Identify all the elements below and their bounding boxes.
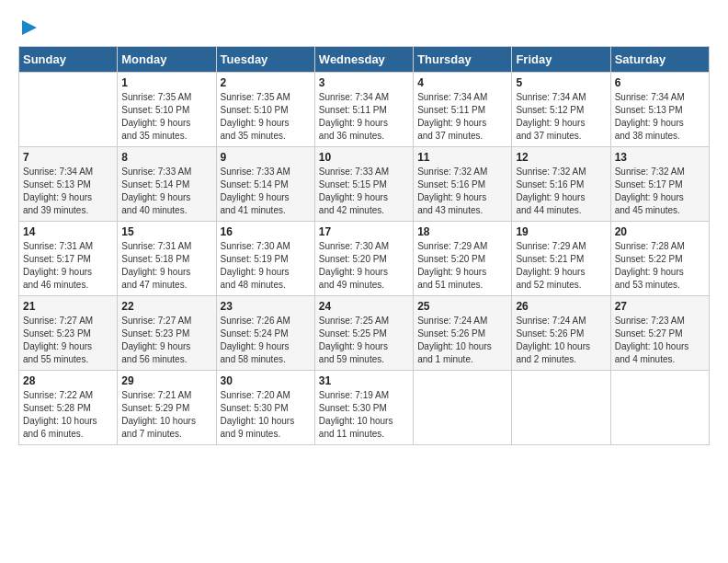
- calendar-cell: 14Sunrise: 7:31 AM Sunset: 5:17 PM Dayli…: [19, 222, 118, 296]
- day-number: 10: [319, 151, 409, 164]
- calendar-cell: 11Sunrise: 7:32 AM Sunset: 5:16 PM Dayli…: [414, 147, 512, 222]
- day-number: 9: [221, 151, 311, 164]
- day-info: Sunrise: 7:33 AM Sunset: 5:15 PM Dayligh…: [319, 166, 409, 217]
- day-number: 6: [615, 76, 705, 89]
- logo: [18, 18, 39, 37]
- day-info: Sunrise: 7:29 AM Sunset: 5:20 PM Dayligh…: [417, 240, 507, 292]
- calendar-cell: 8Sunrise: 7:33 AM Sunset: 5:14 PM Daylig…: [118, 147, 216, 222]
- day-info: Sunrise: 7:23 AM Sunset: 5:27 PM Dayligh…: [615, 315, 705, 366]
- calendar-header-row: SundayMondayTuesdayWednesdayThursdayFrid…: [19, 47, 710, 73]
- calendar-cell: 27Sunrise: 7:23 AM Sunset: 5:27 PM Dayli…: [610, 296, 709, 371]
- day-info: Sunrise: 7:19 AM Sunset: 5:30 PM Dayligh…: [319, 389, 409, 441]
- logo-arrow-icon: [20, 18, 39, 37]
- day-info: Sunrise: 7:29 AM Sunset: 5:21 PM Dayligh…: [516, 240, 606, 292]
- day-number: 13: [615, 151, 705, 164]
- calendar-table: SundayMondayTuesdayWednesdayThursdayFrid…: [18, 46, 710, 445]
- calendar-cell: 24Sunrise: 7:25 AM Sunset: 5:25 PM Dayli…: [314, 296, 413, 371]
- calendar-week-row: 28Sunrise: 7:22 AM Sunset: 5:28 PM Dayli…: [19, 371, 710, 445]
- day-info: Sunrise: 7:34 AM Sunset: 5:12 PM Dayligh…: [516, 91, 606, 143]
- calendar-week-row: 21Sunrise: 7:27 AM Sunset: 5:23 PM Dayli…: [19, 296, 710, 371]
- day-info: Sunrise: 7:30 AM Sunset: 5:20 PM Dayligh…: [319, 240, 409, 292]
- calendar-cell: [512, 371, 610, 445]
- calendar-cell: 20Sunrise: 7:28 AM Sunset: 5:22 PM Dayli…: [610, 222, 709, 296]
- day-number: 3: [319, 76, 409, 89]
- day-info: Sunrise: 7:28 AM Sunset: 5:22 PM Dayligh…: [615, 240, 705, 292]
- calendar-cell: 6Sunrise: 7:34 AM Sunset: 5:13 PM Daylig…: [610, 73, 709, 147]
- day-number: 7: [23, 151, 113, 164]
- day-number: 14: [23, 225, 113, 238]
- day-info: Sunrise: 7:35 AM Sunset: 5:10 PM Dayligh…: [121, 91, 211, 143]
- day-number: 20: [615, 225, 705, 238]
- day-info: Sunrise: 7:30 AM Sunset: 5:19 PM Dayligh…: [221, 240, 311, 292]
- day-number: 18: [417, 225, 507, 238]
- day-number: 24: [319, 300, 409, 313]
- day-info: Sunrise: 7:35 AM Sunset: 5:10 PM Dayligh…: [221, 91, 311, 143]
- day-info: Sunrise: 7:25 AM Sunset: 5:25 PM Dayligh…: [319, 315, 409, 366]
- svg-marker-0: [22, 20, 37, 35]
- day-number: 29: [121, 374, 211, 387]
- day-info: Sunrise: 7:33 AM Sunset: 5:14 PM Dayligh…: [121, 166, 211, 217]
- calendar-cell: 18Sunrise: 7:29 AM Sunset: 5:20 PM Dayli…: [414, 222, 512, 296]
- calendar-cell: 17Sunrise: 7:30 AM Sunset: 5:20 PM Dayli…: [314, 222, 413, 296]
- day-info: Sunrise: 7:20 AM Sunset: 5:30 PM Dayligh…: [221, 389, 311, 441]
- day-info: Sunrise: 7:34 AM Sunset: 5:13 PM Dayligh…: [23, 166, 113, 217]
- day-number: 2: [221, 76, 311, 89]
- calendar-cell: [414, 371, 512, 445]
- day-number: 25: [417, 300, 507, 313]
- calendar-cell: 21Sunrise: 7:27 AM Sunset: 5:23 PM Dayli…: [19, 296, 118, 371]
- day-info: Sunrise: 7:22 AM Sunset: 5:28 PM Dayligh…: [23, 389, 113, 441]
- calendar-cell: 13Sunrise: 7:32 AM Sunset: 5:17 PM Dayli…: [610, 147, 709, 222]
- day-info: Sunrise: 7:32 AM Sunset: 5:16 PM Dayligh…: [417, 166, 507, 217]
- day-number: 19: [516, 225, 606, 238]
- calendar-cell: 5Sunrise: 7:34 AM Sunset: 5:12 PM Daylig…: [512, 73, 610, 147]
- calendar-cell: 28Sunrise: 7:22 AM Sunset: 5:28 PM Dayli…: [19, 371, 118, 445]
- day-info: Sunrise: 7:32 AM Sunset: 5:17 PM Dayligh…: [615, 166, 705, 217]
- day-number: 28: [23, 374, 113, 387]
- calendar-cell: 23Sunrise: 7:26 AM Sunset: 5:24 PM Dayli…: [216, 296, 314, 371]
- day-number: 8: [121, 151, 211, 164]
- day-number: 30: [221, 374, 311, 387]
- day-number: 31: [319, 374, 409, 387]
- page-header: [18, 18, 710, 37]
- day-number: 1: [121, 76, 211, 89]
- weekday-header: Friday: [512, 47, 610, 73]
- calendar-cell: [19, 73, 118, 147]
- calendar-cell: 9Sunrise: 7:33 AM Sunset: 5:14 PM Daylig…: [216, 147, 314, 222]
- calendar-cell: 1Sunrise: 7:35 AM Sunset: 5:10 PM Daylig…: [118, 73, 216, 147]
- day-number: 12: [516, 151, 606, 164]
- calendar-week-row: 1Sunrise: 7:35 AM Sunset: 5:10 PM Daylig…: [19, 73, 710, 147]
- day-info: Sunrise: 7:24 AM Sunset: 5:26 PM Dayligh…: [516, 315, 606, 366]
- calendar-cell: 12Sunrise: 7:32 AM Sunset: 5:16 PM Dayli…: [512, 147, 610, 222]
- calendar-cell: 30Sunrise: 7:20 AM Sunset: 5:30 PM Dayli…: [216, 371, 314, 445]
- day-number: 5: [516, 76, 606, 89]
- day-info: Sunrise: 7:27 AM Sunset: 5:23 PM Dayligh…: [121, 315, 211, 366]
- day-number: 4: [417, 76, 507, 89]
- weekday-header: Saturday: [610, 47, 709, 73]
- calendar-week-row: 7Sunrise: 7:34 AM Sunset: 5:13 PM Daylig…: [19, 147, 710, 222]
- day-number: 11: [417, 151, 507, 164]
- day-number: 15: [121, 225, 211, 238]
- weekday-header: Thursday: [414, 47, 512, 73]
- calendar-cell: 15Sunrise: 7:31 AM Sunset: 5:18 PM Dayli…: [118, 222, 216, 296]
- day-number: 27: [615, 300, 705, 313]
- calendar-body: 1Sunrise: 7:35 AM Sunset: 5:10 PM Daylig…: [19, 73, 710, 445]
- day-info: Sunrise: 7:33 AM Sunset: 5:14 PM Dayligh…: [221, 166, 311, 217]
- calendar-header: SundayMondayTuesdayWednesdayThursdayFrid…: [19, 47, 710, 73]
- day-info: Sunrise: 7:31 AM Sunset: 5:17 PM Dayligh…: [23, 240, 113, 292]
- day-number: 26: [516, 300, 606, 313]
- day-info: Sunrise: 7:31 AM Sunset: 5:18 PM Dayligh…: [121, 240, 211, 292]
- weekday-header: Tuesday: [216, 47, 314, 73]
- weekday-header: Monday: [118, 47, 216, 73]
- day-number: 23: [221, 300, 311, 313]
- calendar-week-row: 14Sunrise: 7:31 AM Sunset: 5:17 PM Dayli…: [19, 222, 710, 296]
- day-info: Sunrise: 7:27 AM Sunset: 5:23 PM Dayligh…: [23, 315, 113, 366]
- calendar-cell: 22Sunrise: 7:27 AM Sunset: 5:23 PM Dayli…: [118, 296, 216, 371]
- day-info: Sunrise: 7:34 AM Sunset: 5:11 PM Dayligh…: [417, 91, 507, 143]
- day-info: Sunrise: 7:21 AM Sunset: 5:29 PM Dayligh…: [121, 389, 211, 441]
- calendar-cell: 7Sunrise: 7:34 AM Sunset: 5:13 PM Daylig…: [19, 147, 118, 222]
- calendar-cell: 3Sunrise: 7:34 AM Sunset: 5:11 PM Daylig…: [314, 73, 413, 147]
- calendar-cell: 16Sunrise: 7:30 AM Sunset: 5:19 PM Dayli…: [216, 222, 314, 296]
- calendar-cell: [610, 371, 709, 445]
- calendar-cell: 19Sunrise: 7:29 AM Sunset: 5:21 PM Dayli…: [512, 222, 610, 296]
- calendar-cell: 31Sunrise: 7:19 AM Sunset: 5:30 PM Dayli…: [314, 371, 413, 445]
